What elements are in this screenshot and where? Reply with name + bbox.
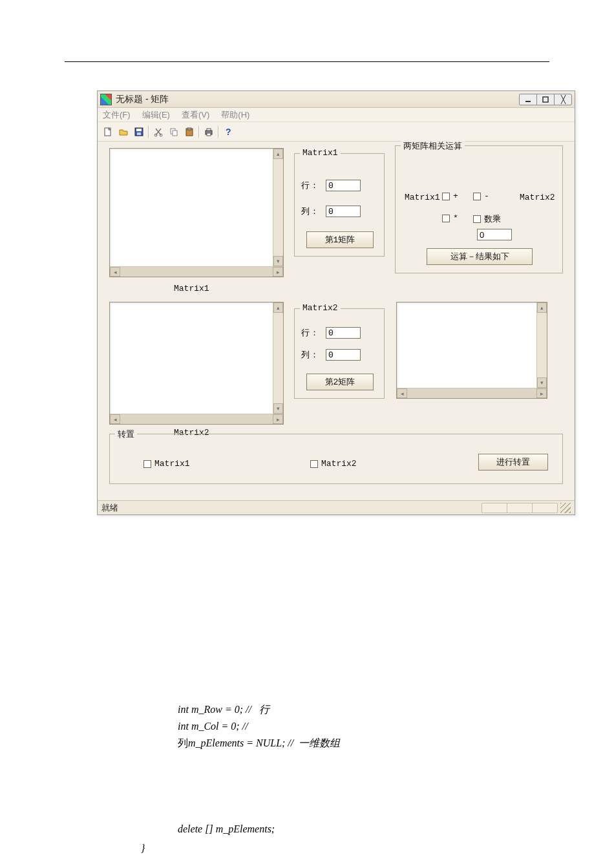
menubar: 文件(F) 编辑(E) 查看(V) 帮助(H) — [98, 108, 575, 122]
scroll-up-icon[interactable]: ▴ — [273, 302, 283, 313]
scroll-right-icon[interactable]: ▸ — [536, 388, 547, 398]
help-button[interactable]: ? — [220, 124, 236, 140]
minimize-button[interactable] — [519, 94, 537, 105]
statusbar-well — [482, 503, 507, 513]
scroll-up-icon[interactable]: ▴ — [537, 302, 547, 313]
save-button[interactable] — [131, 124, 147, 140]
matrix2-vscroll[interactable]: ▴ ▾ — [273, 302, 283, 414]
ops-plus-checkbox[interactable] — [442, 193, 450, 200]
matrix2-button[interactable]: 第2矩阵 — [306, 374, 374, 390]
scroll-down-icon[interactable]: ▾ — [273, 256, 283, 266]
app-window: 无标题 - 矩阵 ╳ 文件(F) 编辑(E) 查看(V) 帮助(H) — [97, 90, 575, 515]
transpose-group-label: 转置 — [115, 429, 137, 440]
mul-icon: * — [453, 213, 458, 223]
scroll-left-icon[interactable]: ◂ — [397, 388, 407, 398]
matrix1-row-input[interactable] — [326, 180, 361, 191]
ops-scalar-input[interactable] — [477, 229, 512, 240]
statusbar-wells — [482, 503, 558, 513]
result-hscroll[interactable]: ◂ ▸ — [397, 388, 547, 398]
statusbar-well — [532, 503, 558, 513]
toolbar-separator — [218, 125, 219, 138]
matrix1-col-label: 列： — [301, 206, 319, 217]
ops-right-label: Matrix2 — [520, 193, 555, 202]
menu-file[interactable]: 文件(F) — [100, 109, 133, 121]
matrix1-vscroll[interactable]: ▴ ▾ — [273, 149, 283, 266]
ops-scalar-checkbox[interactable] — [473, 215, 481, 223]
matrix2-pane[interactable]: ▴ ▾ ◂ ▸ — [109, 302, 284, 425]
transpose-button[interactable]: 进行转置 — [478, 454, 548, 471]
matrix2-hscroll[interactable]: ◂ ▸ — [110, 414, 283, 424]
code-snippet-1: int m_Row = 0; // 行 int m_Col = 0; // 列m… — [178, 701, 340, 752]
scroll-up-icon[interactable]: ▴ — [273, 149, 283, 159]
result-vscroll[interactable]: ▴ ▾ — [536, 302, 547, 388]
toolbar-separator — [198, 125, 200, 138]
paste-icon — [184, 127, 195, 137]
ops-group-label: 两矩阵相关运算 — [401, 140, 465, 152]
copy-button[interactable] — [166, 124, 182, 140]
scroll-down-icon[interactable]: ▾ — [273, 403, 283, 414]
save-icon — [134, 127, 144, 137]
minus-icon: - — [484, 191, 489, 201]
result-pane[interactable]: ▴ ▾ ◂ ▸ — [396, 302, 547, 399]
scroll-down-icon[interactable]: ▾ — [537, 377, 547, 388]
statusbar-text: 就绪 — [101, 502, 118, 514]
resize-grip-icon[interactable] — [560, 503, 571, 513]
client-area: ▴ ▾ ◂ ▸ Matrix1 Matrix1 行： 列： 第1矩阵 两矩阵相 — [98, 142, 575, 500]
help-icon: ? — [223, 127, 233, 137]
transpose-chk-matrix1-label: Matrix1 — [154, 459, 190, 469]
scroll-right-icon[interactable]: ▸ — [273, 414, 283, 424]
ops-minus-checkbox[interactable] — [473, 193, 481, 200]
ops-left-label: Matrix1 — [405, 193, 440, 202]
matrix1-col-input[interactable] — [326, 206, 361, 217]
matrix2-group-label: Matrix2 — [300, 303, 341, 313]
ops-result-button[interactable]: 运算－结果如下 — [427, 248, 533, 265]
toolbar: ? — [98, 122, 575, 142]
ops-group: 两矩阵相关运算 Matrix1 + - Matrix2 * 数乘 — [395, 145, 563, 273]
svg-rect-9 — [173, 131, 177, 136]
transpose-chk-matrix2[interactable] — [310, 460, 318, 468]
app-icon — [100, 94, 112, 105]
ops-scalar-label: 数乘 — [484, 213, 501, 225]
ops-mul-checkbox[interactable] — [442, 215, 450, 222]
matrix1-button[interactable]: 第1矩阵 — [306, 231, 374, 248]
copy-icon — [169, 127, 179, 137]
page-divider — [65, 61, 549, 62]
matrix1-pane[interactable]: ▴ ▾ ◂ ▸ — [109, 148, 284, 277]
svg-rect-0 — [525, 101, 531, 102]
svg-rect-14 — [207, 133, 211, 136]
open-folder-icon — [118, 127, 129, 137]
scroll-right-icon[interactable]: ▸ — [273, 267, 283, 277]
minimize-icon — [525, 96, 531, 103]
maximize-icon — [542, 96, 549, 103]
svg-rect-1 — [543, 97, 548, 102]
matrix2-row-input[interactable] — [326, 327, 361, 339]
svg-text:?: ? — [226, 127, 231, 137]
matrix2-group: Matrix2 行： 列： 第2矩阵 — [294, 308, 385, 399]
cut-button[interactable] — [151, 124, 166, 140]
paste-button[interactable] — [182, 124, 197, 140]
matrix1-caption: Matrix1 — [174, 284, 209, 293]
code-snippet-3: } — [141, 840, 145, 857]
transpose-chk-matrix1[interactable] — [143, 460, 151, 468]
svg-rect-11 — [187, 128, 191, 130]
print-icon — [204, 127, 214, 137]
maximize-button[interactable] — [536, 94, 555, 105]
svg-rect-13 — [207, 129, 211, 131]
menu-view[interactable]: 查看(V) — [179, 109, 212, 121]
titlebar: 无标题 - 矩阵 ╳ — [98, 91, 575, 108]
svg-rect-4 — [136, 129, 142, 131]
matrix1-group: Matrix1 行： 列： 第1矩阵 — [294, 153, 385, 257]
scroll-left-icon[interactable]: ◂ — [110, 267, 120, 277]
matrix1-group-label: Matrix1 — [300, 148, 341, 158]
open-button[interactable] — [116, 124, 131, 140]
menu-help[interactable]: 帮助(H) — [218, 109, 252, 121]
matrix1-hscroll[interactable]: ◂ ▸ — [110, 266, 283, 277]
close-button[interactable]: ╳ — [554, 94, 572, 105]
new-button[interactable] — [100, 124, 116, 140]
toolbar-separator — [148, 125, 149, 138]
matrix2-col-input[interactable] — [326, 349, 361, 361]
scroll-left-icon[interactable]: ◂ — [110, 414, 120, 424]
menu-edit[interactable]: 编辑(E) — [140, 109, 173, 121]
print-button[interactable] — [201, 124, 217, 140]
svg-rect-5 — [137, 132, 141, 135]
